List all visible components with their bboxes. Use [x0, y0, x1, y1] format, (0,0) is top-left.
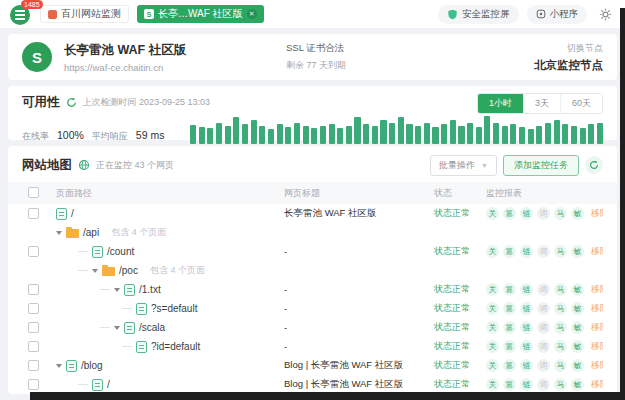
page-path[interactable]: /: [71, 208, 74, 219]
monitor-report-badge[interactable]: 链: [520, 321, 533, 334]
remove-row-link[interactable]: 移除: [591, 283, 603, 296]
monitor-report-badge[interactable]: 马: [554, 378, 567, 391]
monitor-report-badge[interactable]: 关: [486, 321, 499, 334]
settings-button[interactable]: [595, 4, 615, 24]
remove-row-link[interactable]: 移除: [591, 321, 603, 334]
add-monitor-task-button[interactable]: 添加监控任务: [503, 155, 579, 176]
row-checkbox[interactable]: [28, 322, 39, 333]
monitor-report-badge[interactable]: 篡: [503, 378, 516, 391]
monitor-report-badge[interactable]: 词: [537, 321, 550, 334]
monitor-report-badge[interactable]: 词: [537, 302, 550, 315]
page-path[interactable]: /blog: [81, 360, 103, 371]
monitor-report-badge[interactable]: 关: [486, 302, 499, 315]
tree-expand-caret-icon[interactable]: [114, 288, 120, 292]
monitor-report-badge[interactable]: 链: [520, 207, 533, 220]
availability-bar: [528, 129, 534, 144]
tree-expand-caret-icon[interactable]: [114, 326, 120, 330]
monitor-report-badge[interactable]: 篡: [503, 302, 516, 315]
bulk-action-select[interactable]: 批量操作 ▼: [430, 155, 497, 176]
monitor-report-badge[interactable]: 敏: [571, 340, 584, 353]
monitor-report-badge[interactable]: 马: [554, 340, 567, 353]
select-all-checkbox[interactable]: [28, 187, 39, 198]
monitor-report-badge[interactable]: 敏: [571, 245, 584, 258]
monitor-report-badge[interactable]: 篡: [503, 245, 516, 258]
monitor-report-badge[interactable]: 关: [486, 283, 499, 296]
monitor-report-badge[interactable]: 关: [486, 359, 499, 372]
monitor-report-badge[interactable]: 马: [554, 302, 567, 315]
site-url-link[interactable]: https://waf-ce.chaitin.cn: [64, 62, 274, 73]
remove-row-link[interactable]: 移除: [591, 207, 603, 220]
row-checkbox[interactable]: [28, 379, 39, 390]
mini-program-button[interactable]: 小程序: [527, 5, 588, 24]
page-path[interactable]: /1.txt: [139, 284, 161, 295]
tree-expand-caret-icon[interactable]: [56, 231, 62, 235]
page-path[interactable]: /poc: [119, 265, 138, 276]
page-path[interactable]: /api: [83, 227, 99, 238]
monitor-report-badge[interactable]: 篡: [503, 340, 516, 353]
monitor-report-badge[interactable]: 关: [486, 340, 499, 353]
monitor-report-badge[interactable]: 链: [520, 302, 533, 315]
monitor-report-badge[interactable]: 敏: [571, 302, 584, 315]
monitor-report-badge[interactable]: 关: [486, 245, 499, 258]
tab-waf-community[interactable]: S 长亭…WAF 社区版 ✕: [137, 5, 264, 23]
monitor-report-badge[interactable]: 马: [554, 283, 567, 296]
remove-row-link[interactable]: 移除: [591, 340, 603, 353]
monitor-report-badge[interactable]: 篡: [503, 359, 516, 372]
time-range-option[interactable]: 60天: [560, 94, 602, 113]
monitor-report-badge[interactable]: 词: [537, 207, 550, 220]
monitor-report-badge[interactable]: 敏: [571, 207, 584, 220]
remove-row-link[interactable]: 移除: [591, 302, 603, 315]
page-path[interactable]: ?id=default: [151, 341, 200, 352]
time-range-option[interactable]: 1小时: [478, 94, 523, 113]
safeline-logo-icon: S: [22, 42, 52, 72]
tab-site-monitoring[interactable]: 百川网站监测: [40, 5, 129, 23]
monitor-report-badge[interactable]: 敏: [571, 321, 584, 334]
tab-close-icon[interactable]: ✕: [247, 9, 257, 19]
page-path[interactable]: /scala: [139, 322, 165, 333]
monitor-report-badge[interactable]: 链: [520, 378, 533, 391]
monitor-report-badge[interactable]: 敏: [571, 359, 584, 372]
row-checkbox[interactable]: [28, 341, 39, 352]
monitor-report-badge[interactable]: 马: [554, 359, 567, 372]
time-range-option[interactable]: 3天: [523, 94, 560, 113]
monitor-report-badge[interactable]: 马: [554, 321, 567, 334]
monitor-report-badge[interactable]: 词: [537, 378, 550, 391]
row-checkbox[interactable]: [28, 284, 39, 295]
monitor-report-badge[interactable]: 马: [554, 245, 567, 258]
monitor-report-badge[interactable]: 篡: [503, 321, 516, 334]
page-path[interactable]: ?s=default: [151, 303, 197, 314]
monitor-report-badge[interactable]: 关: [486, 378, 499, 391]
monitor-report-badge[interactable]: 链: [520, 283, 533, 296]
monitor-report-badge[interactable]: 链: [520, 359, 533, 372]
folder-page-count: 包含 4 个页面: [150, 264, 205, 277]
remove-row-link[interactable]: 移除: [591, 245, 603, 258]
monitor-report-badge[interactable]: 词: [537, 245, 550, 258]
security-monitor-screen-button[interactable]: 安全监控屏: [438, 5, 519, 24]
window-bottom-edge: [30, 392, 625, 400]
tree-expand-caret-icon[interactable]: [92, 269, 98, 273]
page-path[interactable]: /: [107, 379, 110, 390]
row-checkbox[interactable]: [28, 246, 39, 257]
row-checkbox[interactable]: [28, 208, 39, 219]
platform-logo[interactable]: 1485: [10, 3, 32, 25]
monitor-report-badge[interactable]: 关: [486, 207, 499, 220]
monitor-report-badge[interactable]: 链: [520, 340, 533, 353]
row-checkbox[interactable]: [28, 303, 39, 314]
row-checkbox[interactable]: [28, 360, 39, 371]
monitor-report-badge[interactable]: 篡: [503, 207, 516, 220]
tree-expand-caret-icon[interactable]: [56, 364, 62, 368]
monitor-report-badge[interactable]: 链: [520, 245, 533, 258]
monitor-report-badge[interactable]: 敏: [571, 283, 584, 296]
remove-row-link[interactable]: 移除: [591, 378, 603, 391]
sitemap-refresh-button[interactable]: [585, 156, 603, 174]
monitor-report-badge[interactable]: 篡: [503, 283, 516, 296]
remove-row-link[interactable]: 移除: [591, 359, 603, 372]
switch-node-link[interactable]: 切换节点: [534, 42, 603, 55]
monitor-report-badge[interactable]: 敏: [571, 378, 584, 391]
monitor-report-badge[interactable]: 词: [537, 340, 550, 353]
monitor-report-badge[interactable]: 词: [537, 283, 550, 296]
refresh-icon[interactable]: [66, 97, 77, 108]
monitor-report-badge[interactable]: 马: [554, 207, 567, 220]
monitor-report-badge[interactable]: 词: [537, 359, 550, 372]
page-path[interactable]: /count: [107, 246, 134, 257]
